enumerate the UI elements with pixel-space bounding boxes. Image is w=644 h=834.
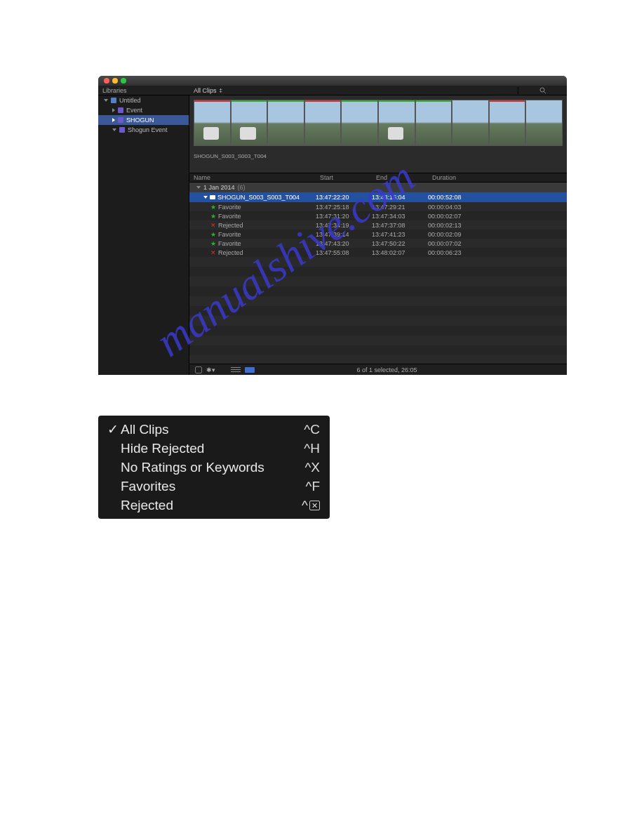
filmstrip-thumb[interactable]: [267, 100, 304, 146]
clip-filter-menu: ✓ All Clips ^C Hide Rejected ^H No Ratin…: [98, 416, 330, 519]
menu-item-label: Hide Rejected: [121, 441, 304, 456]
menu-item-favorites[interactable]: Favorites ^F: [98, 477, 330, 496]
menu-item-label: All Clips: [121, 422, 304, 437]
table-row[interactable]: ★Favorite 13:47:25:18 13:47:29:21 00:00:…: [189, 202, 567, 211]
menu-item-label: No Ratings or Keywords: [121, 460, 304, 475]
clip-duration: 00:00:02:07: [428, 213, 491, 220]
menu-item-shortcut: ^H: [304, 441, 320, 456]
backspace-icon: ✕: [309, 501, 320, 510]
sidebar-item-event[interactable]: Event: [98, 105, 189, 115]
rating-label: Favorite: [218, 240, 241, 247]
chevron-right-icon: [112, 118, 115, 122]
table-row[interactable]: ★Favorite 13:47:31:20 13:47:34:03 00:00:…: [189, 211, 567, 220]
filmstrip-thumb[interactable]: [525, 100, 563, 146]
clip-duration: 00:00:07:02: [428, 240, 491, 247]
clip-name: SHOGUN_S003_S003_T004: [217, 194, 300, 201]
rating-label: Rejected: [218, 222, 243, 229]
list-header: Name Start End Duration: [189, 173, 567, 183]
group-row[interactable]: 1 Jan 2014 (6): [189, 183, 567, 192]
table-row[interactable]: ★Favorite 13:47:39:14 13:47:41:23 00:00:…: [189, 230, 567, 239]
filmstrip-thumb[interactable]: [489, 100, 526, 146]
menu-item-label: Favorites: [121, 479, 305, 494]
menu-item-hide-rejected[interactable]: Hide Rejected ^H: [98, 439, 330, 458]
rating-label: Favorite: [218, 231, 241, 238]
clip-duration: 00:00:02:13: [428, 222, 491, 229]
import-icon[interactable]: [195, 366, 202, 373]
rejected-icon: ✕: [210, 249, 216, 256]
clip-duration: 00:00:52:08: [428, 194, 491, 201]
fcpx-window: Libraries All Clips ‡ Untitled Event: [98, 76, 567, 375]
chevron-right-icon: [112, 108, 115, 112]
event-icon: [118, 107, 123, 113]
main-toolbar: Libraries All Clips ‡: [98, 86, 567, 95]
clip-end: 13:48:02:07: [372, 249, 428, 256]
event-icon: [118, 117, 123, 123]
svg-line-1: [544, 91, 546, 93]
clip-end: 13:47:34:03: [372, 213, 428, 220]
clip-duration: 00:00:06:23: [428, 249, 491, 256]
libraries-label: Libraries: [98, 87, 189, 94]
clip-start: 13:47:31:20: [316, 213, 372, 220]
filmstrip-clip-name: SHOGUN_S003_S003_T004: [194, 149, 563, 159]
menu-item-shortcut: ^F: [305, 479, 320, 494]
clip-end: 13:47:37:08: [372, 222, 428, 229]
status-text: 6 of 1 selected, 26:05: [356, 366, 417, 373]
clip-filter-dropdown[interactable]: All Clips: [194, 87, 217, 94]
table-row[interactable]: ★Favorite 13:47:43:20 13:47:50:22 00:00:…: [189, 239, 567, 248]
clip-start: 13:47:22:20: [316, 194, 372, 201]
filmstrip-thumb[interactable]: [452, 100, 489, 146]
filmstrip-track[interactable]: [194, 100, 563, 146]
table-row[interactable]: ✕Rejected 13:47:34:19 13:47:37:08 00:00:…: [189, 220, 567, 230]
clip-end: 13:47:29:21: [372, 204, 428, 211]
clip-start: 13:47:55:08: [316, 249, 372, 256]
favorite-icon: ★: [210, 240, 216, 247]
rejected-icon: ✕: [210, 222, 216, 229]
sidebar-library[interactable]: Untitled: [98, 95, 189, 105]
close-icon[interactable]: [104, 78, 109, 84]
filmstrip-view-icon[interactable]: [231, 367, 241, 373]
group-count: (6): [238, 184, 246, 191]
filmstrip-thumb[interactable]: [341, 100, 378, 146]
filmstrip-thumb[interactable]: [415, 100, 452, 146]
svg-point-0: [540, 88, 544, 92]
menu-item-shortcut: ^X: [304, 460, 320, 475]
sidebar-item-shogun[interactable]: SHOGUN: [98, 115, 189, 125]
clip-row[interactable]: SHOGUN_S003_S003_T004 13:47:22:20 13:48:…: [189, 192, 567, 202]
menu-item-no-ratings[interactable]: No Ratings or Keywords ^X: [98, 458, 330, 477]
sidebar-item-shogun-event[interactable]: Shogun Event: [98, 125, 189, 135]
column-duration[interactable]: Duration: [432, 174, 495, 181]
clip-list: 1 Jan 2014 (6) SHOGUN_S003_S003_T004 13:…: [189, 183, 567, 364]
column-name[interactable]: Name: [194, 174, 320, 181]
checkmark-icon: ✓: [105, 421, 121, 437]
clip-duration: 00:00:04:03: [428, 204, 491, 211]
maximize-icon[interactable]: [121, 78, 126, 84]
menu-item-all-clips[interactable]: ✓ All Clips ^C: [98, 420, 330, 439]
rating-label: Favorite: [218, 204, 241, 211]
column-end[interactable]: End: [376, 174, 432, 181]
filmstrip-thumb[interactable]: [231, 100, 268, 146]
event-icon: [119, 127, 125, 133]
clip-end: 13:48:15:04: [372, 194, 428, 201]
list-view-icon[interactable]: [245, 367, 255, 373]
clip-start: 13:47:39:14: [316, 231, 372, 238]
menu-item-rejected[interactable]: Rejected ^✕: [98, 496, 330, 515]
empty-list-area: [189, 257, 567, 364]
filmstrip-thumb[interactable]: [194, 100, 231, 146]
rating-label: Rejected: [218, 249, 243, 256]
sidebar-item-label: SHOGUN: [126, 117, 154, 124]
clip-end: 13:47:50:22: [372, 240, 428, 247]
filmstrip-thumb[interactable]: [304, 100, 342, 146]
clip-duration: 00:00:02:09: [428, 231, 491, 238]
sidebar-item-label: Event: [126, 107, 142, 114]
group-date: 1 Jan 2014: [203, 184, 235, 191]
clip-start: 13:47:34:19: [316, 222, 372, 229]
minimize-icon[interactable]: [112, 78, 118, 84]
gear-icon[interactable]: ✱▾: [206, 366, 215, 373]
sidebar-item-label: Shogun Event: [128, 126, 168, 133]
clip-start: 13:47:43:20: [316, 240, 372, 247]
clip-end: 13:47:41:23: [372, 231, 428, 238]
column-start[interactable]: Start: [320, 174, 376, 181]
search-icon[interactable]: [518, 87, 567, 94]
filmstrip-thumb[interactable]: [378, 100, 415, 146]
table-row[interactable]: ✕Rejected 13:47:55:08 13:48:02:07 00:00:…: [189, 248, 567, 257]
